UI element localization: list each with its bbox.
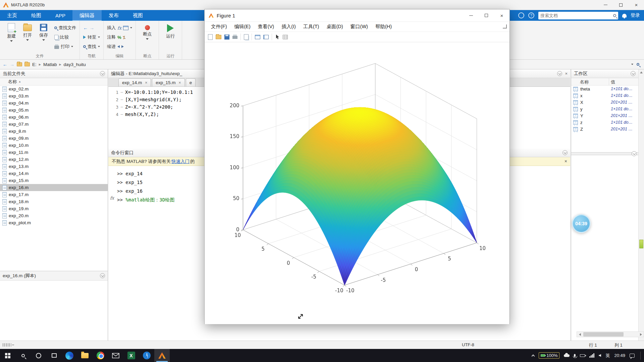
workspace-column-header[interactable]: 名称 值 (571, 78, 638, 85)
list-item[interactable]: exp_04.m (0, 100, 108, 107)
compare-button[interactable]: 比较 (54, 34, 76, 41)
volume-icon[interactable] (599, 354, 601, 357)
property-inspector-icon[interactable] (283, 35, 288, 39)
editor-tab[interactable]: exp_14.m× (118, 78, 151, 86)
back-arrow-icon[interactable]: ← (83, 25, 88, 30)
print-button[interactable]: 打印 (54, 43, 76, 50)
tab-plots[interactable]: 绘图 (24, 10, 48, 21)
pane-menu-icon[interactable] (557, 71, 562, 76)
menu-view[interactable]: 查看(V) (254, 23, 278, 30)
power-icon[interactable] (580, 354, 585, 357)
fx-icon[interactable]: fx (117, 25, 121, 31)
list-item[interactable]: exp_20.m (0, 212, 108, 219)
breakpoints-button[interactable]: 断点 (139, 22, 155, 53)
taskbar-app-matlab[interactable] (154, 349, 170, 362)
breadcrumb-drive[interactable]: E: (32, 62, 37, 67)
taskbar-app-clock[interactable] (139, 349, 154, 362)
list-item[interactable]: exp_03.m (0, 93, 108, 100)
find-button[interactable]: 查找 (83, 43, 100, 50)
list-item[interactable]: exp_18.m (0, 198, 108, 205)
start-button[interactable] (0, 349, 15, 362)
comment-percent-icon[interactable]: % (117, 35, 121, 40)
insert-row[interactable]: 插入fx (107, 24, 132, 31)
list-item[interactable]: exp_05.m (0, 107, 108, 114)
breadcrumb-folder[interactable]: day3_huitu (64, 62, 86, 67)
collapse-detail-icon[interactable] (100, 273, 105, 278)
tab-apps[interactable]: APP (48, 10, 72, 21)
help-icon[interactable]: ? (528, 12, 534, 18)
up-one-level-icon[interactable] (17, 62, 22, 66)
editor-tab[interactable]: exp_15.m× (152, 78, 184, 86)
horizontal-scrollbar[interactable] (577, 331, 644, 337)
scroll-marker[interactable] (639, 240, 643, 248)
save-button[interactable]: 保存 (36, 22, 52, 53)
list-item-selected[interactable]: exp_16.m (0, 184, 108, 191)
task-view-button[interactable] (46, 349, 62, 362)
close-tab-icon[interactable]: × (145, 80, 147, 85)
quick-start-link[interactable]: 快速入门 (171, 159, 190, 165)
search-icon[interactable] (613, 14, 616, 17)
run-button[interactable]: 运行 (162, 22, 178, 53)
workspace-variable-row[interactable]: Z201×201 … (571, 126, 638, 132)
list-item[interactable]: exp_17.m (0, 191, 108, 198)
tab-home[interactable]: 主页 (0, 10, 24, 21)
minimize-button[interactable] (598, 0, 613, 10)
workspace-variable-row[interactable]: Y201×201 … (571, 112, 638, 119)
menu-edit[interactable]: 编辑(E) (231, 23, 254, 30)
taskbar-app-excel[interactable]: X (123, 349, 139, 362)
network-icon[interactable] (589, 353, 594, 358)
notifications-bell-icon[interactable] (622, 14, 627, 17)
close-tab-icon[interactable]: × (179, 80, 181, 85)
workspace-variable-row[interactable]: y1×101 do… (571, 106, 638, 112)
list-item[interactable]: exp_19.m (0, 205, 108, 212)
list-item[interactable]: exp_10.m (0, 142, 108, 149)
list-item[interactable]: exp_02.m (0, 85, 108, 93)
tab-publish[interactable]: 发布 (102, 10, 126, 21)
list-item[interactable]: exp_14.m (0, 170, 108, 177)
pointer-icon[interactable] (275, 34, 280, 40)
editor-tab-partial[interactable]: e (186, 78, 196, 86)
list-item[interactable]: exp_11.m (0, 149, 108, 156)
figure-titlebar[interactable]: Figure 1 × (205, 9, 509, 22)
microphone-icon[interactable] (574, 354, 576, 357)
list-item[interactable]: exp_06.m (0, 114, 108, 121)
pane-menu-icon[interactable] (631, 71, 636, 76)
search-folder-icon[interactable] (637, 63, 639, 66)
menu-window[interactable]: 窗口(W) (347, 23, 372, 30)
save-figure-icon[interactable] (224, 35, 229, 40)
insert-section-icon[interactable] (123, 26, 128, 30)
recording-timer-bubble[interactable]: 04:39 (572, 214, 591, 233)
find-files-button[interactable]: 查找文件 (54, 24, 76, 31)
taskbar-app-browser[interactable] (93, 349, 108, 362)
taskbar-search-button[interactable] (15, 349, 31, 362)
figure-maximize-button[interactable] (479, 10, 494, 20)
close-button[interactable]: × (629, 0, 644, 10)
breadcrumb-folder[interactable]: Matlab (43, 62, 57, 67)
file-detail-bar[interactable]: exp_16.m (脚本) (0, 271, 108, 281)
pane-menu-icon[interactable] (562, 150, 568, 155)
figure-close-button[interactable]: × (494, 10, 509, 20)
figure-minimize-button[interactable] (463, 10, 479, 20)
menu-help[interactable]: 帮助(H) (372, 23, 395, 30)
insert-colorbar-icon[interactable] (255, 35, 260, 39)
scroll-thumb[interactable] (583, 332, 624, 337)
clock-time[interactable]: 20:49 (614, 353, 625, 358)
ime-language-indicator[interactable]: 英 (605, 353, 610, 359)
community-icon[interactable] (518, 12, 524, 18)
close-banner-icon[interactable]: × (565, 159, 567, 164)
nav-back-icon[interactable]: ← (3, 62, 7, 67)
list-item[interactable]: exp_plot.m (0, 219, 108, 226)
indent-row[interactable]: 缩进 (107, 43, 132, 50)
dock-figure-icon[interactable] (503, 24, 507, 28)
open-file-icon[interactable] (216, 35, 221, 39)
restore-button[interactable] (613, 0, 629, 10)
battery-percent-badge[interactable]: 100% (539, 352, 559, 359)
close-pane-icon[interactable]: × (565, 71, 568, 76)
taskbar-app-explorer[interactable] (77, 349, 93, 362)
doc-search-input[interactable] (540, 13, 611, 18)
splitter-icon[interactable] (3, 343, 11, 347)
new-script-button[interactable]: 新建 (3, 22, 19, 53)
tab-view[interactable]: 视图 (126, 10, 150, 21)
action-center-icon[interactable] (630, 354, 635, 358)
outdent-icon[interactable] (117, 45, 120, 48)
